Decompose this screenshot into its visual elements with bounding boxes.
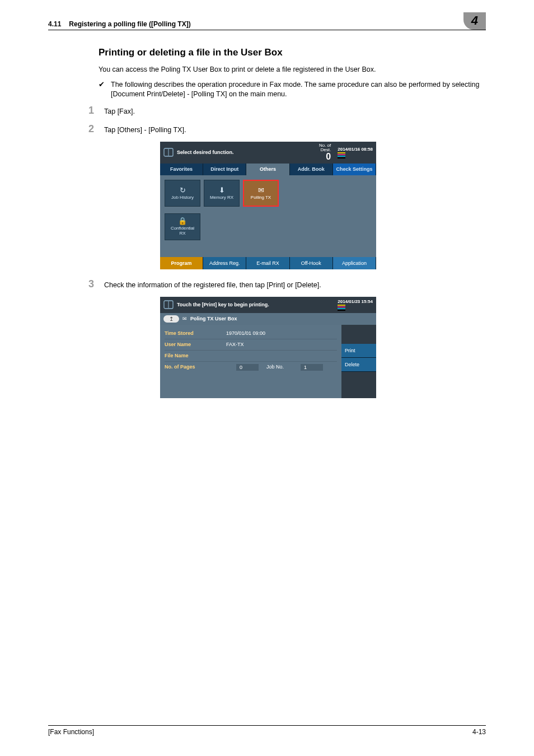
toner-icon: [338, 305, 373, 311]
delete-button[interactable]: Delete: [341, 358, 376, 372]
manual-icon: [163, 147, 174, 157]
history-icon: ↻: [180, 186, 186, 194]
step-text: Tap [Fax].: [104, 105, 135, 116]
panel-message: Touch the [Print] key to begin printing.: [177, 302, 338, 307]
cell-confidential-rx[interactable]: 🔒 Confidential RX: [165, 213, 200, 240]
note-row: ✔ The following describes the operation …: [99, 80, 486, 99]
download-icon: ⬇: [219, 186, 225, 194]
jobno-value: 1: [301, 364, 323, 371]
tab-check-settings[interactable]: Check Settings: [333, 164, 376, 175]
tab-addr-book[interactable]: Addr. Book: [290, 164, 333, 175]
print-button[interactable]: Print: [341, 344, 376, 358]
cell-job-history[interactable]: ↻ Job History: [165, 180, 200, 207]
section-number: 4.11: [48, 20, 61, 28]
step-3: 3 Check the information of the registere…: [88, 278, 486, 290]
chapter-badge: 4: [463, 12, 486, 30]
tab-direct-input[interactable]: Direct Input: [203, 164, 246, 175]
row-file-name: File Name: [165, 351, 337, 362]
tab-others[interactable]: Others: [246, 164, 289, 175]
bottom-email-rx[interactable]: E-mail RX: [246, 257, 289, 269]
section-title: Registering a polling file ([Polling TX]…: [69, 20, 486, 28]
toner-icon: [338, 152, 373, 158]
footer-left: [Fax Functions]: [48, 728, 94, 736]
page-footer: [Fax Functions] 4-13: [48, 725, 486, 736]
pages-value: 0: [236, 364, 259, 371]
device-screenshot-1: Select desired function. No. of Dest. 0 …: [160, 142, 376, 269]
field-value: FAX-TX: [226, 342, 244, 347]
step-1: 1 Tap [Fax].: [88, 105, 486, 116]
tab-favorites[interactable]: Favorites: [160, 164, 203, 175]
device-screenshot-2: Touch the [Print] key to begin printing.…: [160, 297, 376, 398]
polling-icon: ✉: [258, 186, 264, 194]
note-text: The following describes the operation pr…: [111, 80, 486, 99]
dest-count: No. of Dest. 0: [319, 143, 331, 161]
cell-polling-tx[interactable]: ✉ Polling TX: [243, 180, 279, 207]
intro-text: You can access the Poling TX User Box to…: [99, 65, 486, 74]
bottom-address-reg[interactable]: Address Reg.: [203, 257, 246, 269]
page-title: Printing or deleting a file in the User …: [99, 47, 486, 58]
cell-label: Polling TX: [251, 195, 271, 200]
lock-icon: 🔒: [178, 217, 187, 225]
polling-icon: ✉: [182, 316, 187, 321]
cell-label: Confidential RX: [171, 226, 194, 236]
field-label: User Name: [165, 342, 226, 347]
cell-memory-rx[interactable]: ⬇ Memory RX: [204, 180, 240, 207]
cell-label: Memory RX: [210, 195, 233, 200]
row-user-name: User Name FAX-TX: [165, 339, 337, 351]
breadcrumb: ↥ ✉ Poling TX User Box: [160, 313, 376, 325]
step-number: 2: [88, 123, 104, 135]
check-icon: ✔: [99, 80, 111, 99]
up-button[interactable]: ↥: [163, 315, 179, 323]
manual-icon: [163, 300, 174, 310]
footer-right: 4-13: [472, 728, 486, 736]
breadcrumb-label: Poling TX User Box: [190, 316, 237, 321]
field-label: Job No.: [266, 364, 284, 371]
field-label: Time Stored: [165, 330, 226, 336]
cell-label: Job History: [171, 195, 194, 200]
panel-message: Select desired function.: [177, 150, 319, 155]
row-time-stored: Time Stored 1970/01/01 09:00: [165, 328, 337, 339]
step-number: 1: [88, 105, 104, 116]
step-2: 2 Tap [Others] - [Polling TX].: [88, 123, 486, 135]
dest-label: No. of Dest.: [319, 143, 331, 152]
step-number: 3: [88, 278, 104, 290]
bottom-program[interactable]: Program: [160, 257, 203, 269]
page-header: 4.11 Registering a polling file ([Pollin…: [48, 20, 486, 30]
bottom-off-hook[interactable]: Off-Hook: [290, 257, 333, 269]
timestamp: 2014/01/23 15:54: [338, 299, 373, 304]
step-text: Tap [Others] - [Polling TX].: [104, 123, 186, 135]
dest-count-value: 0: [319, 152, 331, 161]
field-label: File Name: [165, 353, 226, 358]
step-text: Check the information of the registered …: [104, 278, 321, 290]
bottom-application[interactable]: Application: [333, 257, 376, 269]
row-pages-jobno: No. of Pages 0 Job No. 1: [165, 362, 337, 374]
up-arrow-icon: ↥: [169, 316, 174, 322]
field-label: No. of Pages: [165, 364, 226, 371]
timestamp: 2014/01/16 08:58: [338, 147, 373, 152]
field-value: 1970/01/01 09:00: [226, 330, 265, 336]
